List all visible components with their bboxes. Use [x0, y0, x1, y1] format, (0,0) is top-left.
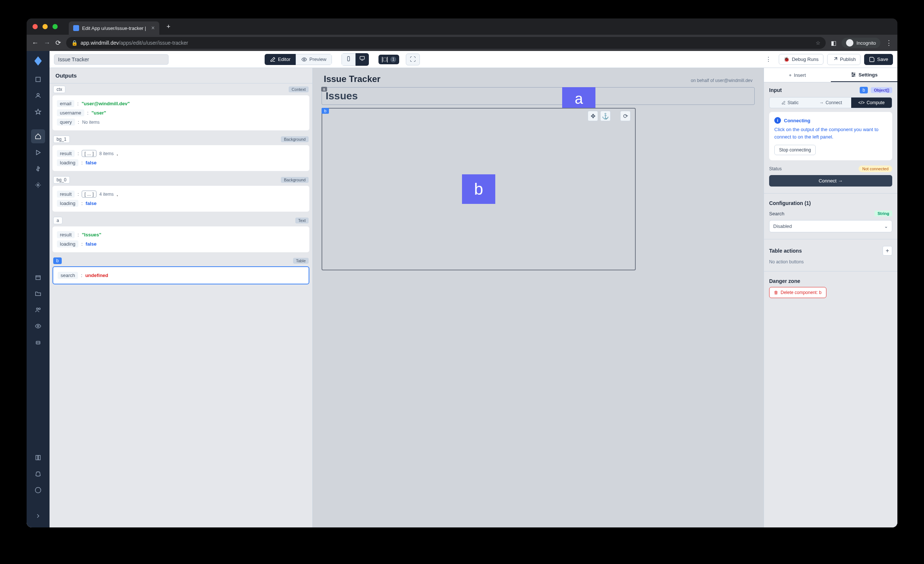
- align-count: 1: [390, 57, 396, 63]
- component-b-float: b: [462, 174, 495, 204]
- minimize-window-button[interactable]: [42, 24, 48, 29]
- traffic-lights: [33, 24, 58, 29]
- close-window-button[interactable]: [33, 24, 38, 29]
- b-search-key[interactable]: search: [58, 272, 78, 279]
- bg0-loading-key[interactable]: loading: [57, 200, 78, 207]
- anchor-icon[interactable]: ⚓: [600, 111, 610, 121]
- static-mode-button[interactable]: Static: [770, 97, 810, 108]
- bg1-loading-key[interactable]: loading: [57, 159, 78, 166]
- star-icon[interactable]: [31, 105, 45, 119]
- browser-tab[interactable]: Edit App u/user/issue-tracker | ×: [69, 21, 159, 35]
- home-icon[interactable]: [31, 129, 45, 143]
- svg-point-9: [39, 343, 39, 343]
- eye-icon[interactable]: [31, 319, 45, 333]
- panel-tabs: + Insert Settings: [764, 68, 897, 82]
- a-loading-key[interactable]: loading: [57, 241, 78, 247]
- fullscreen-button[interactable]: ⛶: [406, 54, 420, 65]
- bot-icon[interactable]: [31, 335, 45, 349]
- add-action-button[interactable]: +: [883, 246, 892, 256]
- discord-icon[interactable]: [31, 467, 45, 481]
- url-bar[interactable]: 🔒 app.windmill.dev/apps/edit/u/user/issu…: [66, 37, 826, 49]
- settings-tab[interactable]: Settings: [831, 68, 898, 82]
- delete-component-button[interactable]: 🗑 Delete component: b: [769, 287, 826, 298]
- bg0-loading-val: false: [86, 200, 97, 206]
- canvas-components: a Issues a b ✥ ⚓ ⟳ b: [321, 87, 755, 270]
- close-tab-button[interactable]: ×: [151, 25, 154, 31]
- publish-button[interactable]: Publish: [827, 54, 861, 65]
- connect-mode-button[interactable]: →Connect: [810, 97, 851, 108]
- ctx-email-key[interactable]: email: [57, 100, 74, 107]
- back-button[interactable]: ←: [32, 39, 39, 47]
- bg1-result-arr[interactable]: [ ... ]: [82, 150, 96, 157]
- user-icon[interactable]: [31, 89, 45, 103]
- folder-icon[interactable]: [31, 287, 45, 301]
- editor-button[interactable]: Editor: [265, 54, 296, 65]
- compute-mode-button[interactable]: </>Compute: [851, 97, 892, 108]
- insert-tab[interactable]: + Insert: [764, 68, 831, 82]
- browser-menu-button[interactable]: ⋮: [885, 39, 892, 47]
- extensions-icon[interactable]: ◧: [831, 39, 836, 46]
- package-icon[interactable]: [31, 270, 45, 284]
- expand-sidebar-icon[interactable]: [31, 509, 45, 523]
- block-id[interactable]: b: [53, 257, 62, 264]
- block-id[interactable]: a: [53, 217, 63, 224]
- outputs-title: Outputs: [50, 68, 312, 84]
- save-button[interactable]: Save: [864, 54, 893, 65]
- component-a[interactable]: a Issues a: [321, 87, 755, 105]
- preview-button[interactable]: Preview: [296, 54, 332, 65]
- status-label: Status: [769, 166, 782, 171]
- dollar-icon[interactable]: [31, 162, 45, 176]
- svg-point-4: [37, 308, 39, 310]
- star-icon[interactable]: ☆: [816, 40, 820, 46]
- reload-button[interactable]: ⟳: [56, 39, 61, 47]
- config-title: Configuration (1): [769, 200, 892, 206]
- ctx-username-key[interactable]: username: [57, 109, 84, 116]
- block-id[interactable]: bg_0: [53, 176, 70, 184]
- settings-icon[interactable]: [31, 178, 45, 192]
- move-icon[interactable]: ✥: [588, 111, 598, 121]
- output-block-a: a Text result:"Issues" loading:false: [50, 215, 312, 255]
- block-id[interactable]: ctx: [53, 86, 65, 93]
- app-content: Editor Preview |□| 1 ⛶ ⋮: [27, 51, 897, 527]
- mobile-view-button[interactable]: [342, 53, 356, 66]
- box-icon[interactable]: [31, 72, 45, 87]
- stop-connecting-button[interactable]: Stop connecting: [774, 145, 816, 155]
- maximize-window-button[interactable]: [52, 24, 58, 29]
- book-icon[interactable]: [31, 450, 45, 465]
- new-tab-button[interactable]: +: [167, 23, 171, 31]
- viewport-toggle: [342, 53, 369, 66]
- bg0-result-arr[interactable]: [ ... ]: [82, 191, 96, 197]
- debug-runs-button[interactable]: 🐞 Debug Runs: [779, 54, 823, 64]
- ctx-query-val: No items: [82, 120, 99, 125]
- table-actions-section: Table actions + No action buttons: [764, 242, 897, 269]
- connect-button[interactable]: Connect →: [769, 175, 892, 187]
- incognito-badge: Incognito: [842, 38, 880, 48]
- align-group[interactable]: |□| 1: [378, 55, 399, 64]
- bg0-result-key[interactable]: result: [57, 191, 75, 197]
- users-icon[interactable]: [31, 303, 45, 317]
- forward-button[interactable]: →: [44, 39, 50, 47]
- component-b[interactable]: b ✥ ⚓ ⟳ b: [321, 108, 636, 270]
- block-id[interactable]: bg_1: [53, 136, 70, 143]
- bg1-result-key[interactable]: result: [57, 150, 75, 157]
- ctx-query-key[interactable]: query: [57, 118, 75, 126]
- desktop-view-button[interactable]: [356, 53, 369, 66]
- search-select[interactable]: Disabled ⌄: [769, 220, 892, 232]
- a-result-key[interactable]: result: [57, 231, 75, 238]
- refresh-icon[interactable]: ⟳: [620, 111, 630, 121]
- lock-icon: 🔒: [71, 40, 78, 46]
- output-block-bg0: bg_0 Background result:[ ... ]4 items, l…: [50, 174, 312, 215]
- app-title-input[interactable]: [54, 54, 168, 64]
- play-icon[interactable]: [31, 145, 45, 160]
- block-type: Background: [281, 177, 309, 183]
- app-topbar: Editor Preview |□| 1 ⛶ ⋮: [50, 51, 897, 68]
- app-sidebar: [27, 51, 50, 527]
- trash-icon: 🗑: [774, 290, 778, 295]
- windmill-logo-icon[interactable]: [33, 55, 44, 66]
- canvas-area[interactable]: Issue Tracker on behalf of user@windmill…: [313, 68, 764, 527]
- incognito-label: Incognito: [856, 40, 876, 46]
- input-label: Input: [769, 87, 782, 93]
- github-icon[interactable]: [31, 483, 45, 497]
- more-options-button[interactable]: ⋮: [762, 54, 775, 65]
- info-icon: i: [774, 117, 781, 124]
